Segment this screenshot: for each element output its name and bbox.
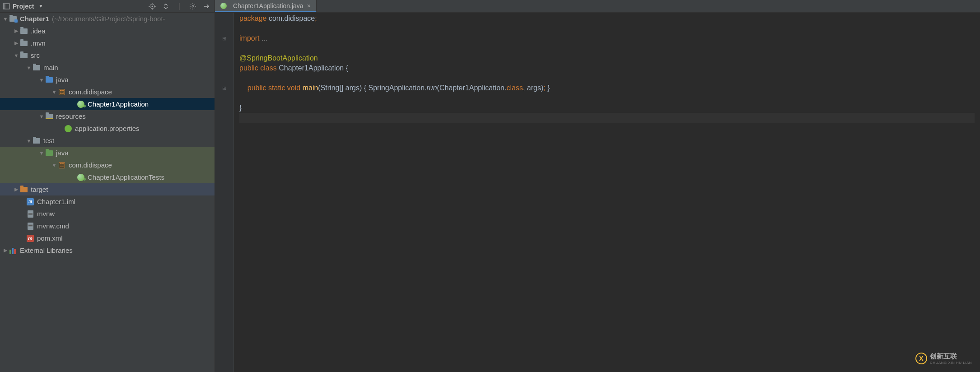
locate-icon[interactable] bbox=[148, 2, 157, 11]
tree-item-pom[interactable]: m pom.xml bbox=[0, 232, 215, 244]
package-icon bbox=[58, 162, 66, 169]
folder-icon bbox=[33, 137, 41, 144]
code-token: @SpringBootApplication bbox=[239, 54, 318, 62]
chevron-right-icon[interactable] bbox=[3, 247, 8, 253]
gutter-line bbox=[215, 23, 233, 33]
module-folder-icon bbox=[9, 15, 17, 23]
code-token: import bbox=[239, 34, 259, 42]
dropdown-arrow-icon[interactable]: ▼ bbox=[38, 4, 43, 9]
tree-item-java-main[interactable]: java bbox=[0, 74, 215, 86]
tree-item-resources[interactable]: resources bbox=[0, 110, 215, 122]
gutter-line bbox=[215, 14, 233, 23]
code-token: static bbox=[268, 84, 285, 92]
code-token: SpringApplication. bbox=[369, 84, 427, 92]
root-path: (~/Documents/GitProject/Spring-boot- bbox=[52, 15, 165, 23]
tree-item-pkg-main[interactable]: com.didispace bbox=[0, 86, 215, 98]
chevron-down-icon[interactable] bbox=[3, 16, 8, 22]
code-token: run bbox=[426, 84, 437, 92]
code-area[interactable]: ⊞ ⊞ package com.didispace; import ... @S… bbox=[215, 13, 980, 372]
chevron-right-icon[interactable] bbox=[14, 28, 19, 34]
sidebar-title[interactable]: Project bbox=[13, 3, 34, 10]
package-icon bbox=[58, 88, 66, 96]
chevron-down-icon[interactable] bbox=[51, 89, 57, 95]
tree-item-iml[interactable]: JI Chapter1.iml bbox=[0, 195, 215, 208]
watermark-cn: 创新互联 bbox=[930, 352, 972, 361]
editor-tab[interactable]: Chapter1Application.java × bbox=[215, 0, 317, 12]
src-folder-icon bbox=[45, 76, 53, 84]
code-token: , args) bbox=[523, 84, 543, 92]
code-token: ... bbox=[259, 34, 267, 42]
sidebar-header: Project ▼ | bbox=[0, 0, 215, 13]
code-token: } bbox=[239, 104, 242, 112]
tree-item-ext-libs[interactable]: External Libraries bbox=[0, 244, 215, 256]
gutter-line bbox=[215, 63, 233, 73]
chevron-down-icon[interactable] bbox=[39, 114, 44, 119]
tree-item-app-props[interactable]: application.properties bbox=[0, 122, 215, 135]
text-file-icon bbox=[26, 223, 34, 230]
spring-class-icon bbox=[219, 2, 228, 9]
spring-props-icon bbox=[64, 125, 72, 132]
fold-expand-icon[interactable]: ⊞ bbox=[215, 33, 233, 43]
chevron-right-icon[interactable] bbox=[14, 40, 19, 46]
project-sidebar: Project ▼ | Chapter1 (~/Documents/GitPro… bbox=[0, 0, 215, 372]
chevron-down-icon[interactable] bbox=[26, 138, 32, 144]
code-token: } bbox=[546, 84, 550, 92]
hide-icon[interactable] bbox=[202, 2, 211, 11]
tree-item-test[interactable]: test bbox=[0, 135, 215, 147]
code-token: { bbox=[362, 84, 368, 92]
chevron-down-icon[interactable] bbox=[51, 163, 57, 168]
gutter-line bbox=[215, 53, 233, 63]
tree-item-pkg-test[interactable]: com.didispace bbox=[0, 159, 215, 171]
code-token: package bbox=[239, 14, 267, 22]
settings-gear-icon[interactable] bbox=[188, 2, 197, 11]
tree-root[interactable]: Chapter1 (~/Documents/GitProject/Spring-… bbox=[0, 13, 215, 25]
tree-item-mvnw-cmd[interactable]: mvnw.cmd bbox=[0, 220, 215, 232]
close-tab-icon[interactable]: × bbox=[306, 2, 312, 9]
project-view-icon bbox=[3, 3, 10, 10]
tab-filename: Chapter1Application.java bbox=[233, 2, 303, 9]
folder-icon bbox=[20, 28, 28, 35]
gutter-line bbox=[215, 43, 233, 53]
chevron-right-icon[interactable] bbox=[14, 186, 19, 192]
code-token: public bbox=[239, 64, 258, 72]
folder-icon bbox=[20, 40, 28, 47]
tree-item-idea[interactable]: .idea bbox=[0, 25, 215, 37]
gutter-line bbox=[215, 93, 233, 103]
tree-item-mvnw[interactable]: mvnw bbox=[0, 208, 215, 220]
chevron-down-icon[interactable] bbox=[39, 150, 44, 156]
watermark-logo-icon: X bbox=[915, 353, 927, 364]
root-label: Chapter1 bbox=[20, 15, 49, 23]
tree-item-app-class[interactable]: Chapter1Application bbox=[0, 98, 215, 110]
collapse-all-icon[interactable] bbox=[161, 2, 170, 11]
iml-file-icon: JI bbox=[26, 198, 34, 205]
tree-item-mvn[interactable]: .mvn bbox=[0, 37, 215, 49]
code-content[interactable]: package com.didispace; import ... @Sprin… bbox=[234, 13, 980, 372]
code-token: void bbox=[287, 84, 300, 92]
svg-point-8 bbox=[192, 5, 194, 7]
excluded-folder-icon bbox=[20, 186, 28, 193]
tree-item-java-test[interactable]: java bbox=[0, 147, 215, 159]
chevron-down-icon[interactable] bbox=[14, 53, 19, 58]
folder-icon bbox=[20, 52, 28, 59]
tab-bar: Chapter1Application.java × bbox=[215, 0, 980, 13]
divider-icon: | bbox=[175, 2, 184, 11]
libraries-icon bbox=[9, 247, 17, 254]
chevron-down-icon[interactable] bbox=[26, 65, 32, 70]
tree-item-target[interactable]: target bbox=[0, 183, 215, 195]
watermark: X 创新互联 CHUANG XIN HU LIAN bbox=[915, 352, 972, 365]
folder-icon bbox=[33, 64, 41, 71]
code-token: { bbox=[344, 64, 348, 72]
svg-rect-1 bbox=[3, 4, 5, 9]
tree-item-src[interactable]: src bbox=[0, 49, 215, 61]
code-token: class bbox=[506, 84, 523, 92]
chevron-down-icon[interactable] bbox=[39, 77, 44, 83]
tree-item-main[interactable]: main bbox=[0, 61, 215, 74]
gutter-line bbox=[215, 73, 233, 83]
tree-item-test-class[interactable]: Chapter1ApplicationTests bbox=[0, 171, 215, 183]
code-token: class bbox=[260, 64, 276, 72]
code-token: public bbox=[247, 84, 266, 92]
code-token: Chapter1Application bbox=[279, 64, 344, 72]
current-line-highlight bbox=[239, 113, 975, 123]
fold-expand-icon[interactable]: ⊞ bbox=[215, 83, 233, 93]
gutter: ⊞ ⊞ bbox=[215, 13, 234, 372]
